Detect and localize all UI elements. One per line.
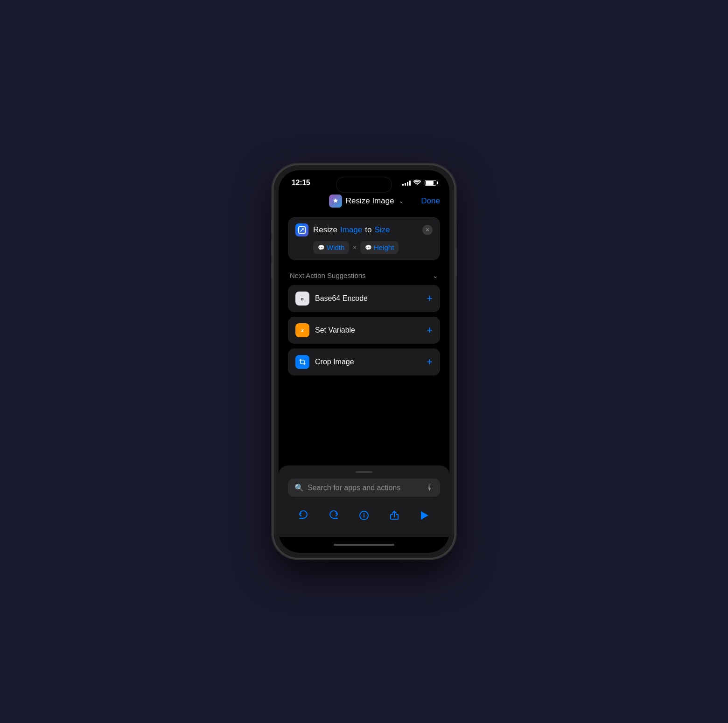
- volume-up-button: [271, 239, 273, 255]
- action-row-2: 💬 Width × 💬 Height: [295, 241, 433, 254]
- resize-label: Resize: [313, 225, 337, 235]
- height-tag-label: Height: [374, 243, 394, 251]
- suggestion-base64[interactable]: B Base64 Encode +: [288, 285, 440, 312]
- variable-label: Set Variable: [315, 326, 355, 334]
- volume-down-button: [271, 263, 273, 278]
- nav-title: Resize Image ⌄: [329, 195, 404, 208]
- home-indicator: [279, 537, 449, 553]
- battery-icon: [425, 180, 436, 186]
- shortcuts-app-icon: [329, 195, 342, 208]
- resize-action-block[interactable]: Resize Image to Size ✕ 💬 Width × 💬: [288, 217, 440, 260]
- variable-icon: x: [295, 323, 309, 337]
- dynamic-island: [336, 177, 392, 193]
- silent-switch: [271, 221, 273, 233]
- height-tag[interactable]: 💬 Height: [360, 241, 399, 254]
- svg-text:B: B: [301, 297, 304, 301]
- suggestion-crop-image[interactable]: Crop Image +: [288, 348, 440, 375]
- base64-add-button[interactable]: +: [427, 293, 433, 304]
- to-label: to: [365, 225, 371, 235]
- size-label[interactable]: Size: [374, 225, 390, 235]
- redo-button[interactable]: [323, 505, 344, 526]
- search-placeholder: Search for apps and actions: [308, 484, 422, 492]
- power-button: [455, 249, 457, 277]
- base64-label: Base64 Encode: [315, 294, 368, 303]
- close-action-button[interactable]: ✕: [422, 225, 433, 235]
- image-label[interactable]: Image: [340, 225, 362, 235]
- height-tag-icon: 💬: [365, 244, 372, 251]
- signal-icon: [402, 180, 411, 186]
- status-icons: [402, 179, 436, 187]
- signal-bar-2: [405, 183, 406, 186]
- phone-frame: 12:15: [273, 165, 455, 558]
- status-time: 12:15: [292, 179, 310, 187]
- width-tag[interactable]: 💬 Width: [313, 241, 349, 254]
- suggestion-set-variable[interactable]: x Set Variable +: [288, 317, 440, 344]
- times-separator: ×: [353, 244, 357, 251]
- suggestion-left-crop: Crop Image: [295, 355, 354, 369]
- undo-button[interactable]: [293, 505, 314, 526]
- nav-title-text: Resize Image: [346, 196, 394, 206]
- width-tag-label: Width: [327, 243, 344, 251]
- bottom-sheet: 🔍 Search for apps and actions 🎙: [279, 466, 449, 537]
- svg-text:x: x: [301, 327, 304, 333]
- home-bar: [334, 544, 394, 546]
- done-button[interactable]: Done: [421, 196, 440, 206]
- suggestion-left-variable: x Set Variable: [295, 323, 355, 337]
- svg-rect-5: [298, 358, 307, 366]
- base64-icon: B: [295, 292, 309, 306]
- crop-icon: [295, 355, 309, 369]
- signal-bar-1: [402, 184, 404, 186]
- crop-label: Crop Image: [315, 358, 354, 366]
- bottom-toolbar: [288, 503, 440, 529]
- width-tag-icon: 💬: [318, 244, 325, 251]
- nav-bar: Resize Image ⌄ Done: [279, 191, 449, 213]
- action-text-row: Resize Image to Size: [313, 225, 418, 235]
- play-button[interactable]: [414, 505, 435, 526]
- share-button[interactable]: [384, 505, 405, 526]
- suggestions-chevron-icon[interactable]: ⌄: [433, 272, 438, 279]
- suggestions-header[interactable]: Next Action Suggestions ⌄: [288, 270, 440, 285]
- action-row-1: Resize Image to Size ✕: [295, 223, 433, 236]
- resize-action-icon: [295, 223, 308, 236]
- mic-icon[interactable]: 🎙: [426, 484, 434, 492]
- signal-bar-4: [409, 181, 411, 186]
- wifi-icon: [413, 179, 421, 187]
- content-area: Resize Image to Size ✕ 💬 Width × 💬: [279, 213, 449, 466]
- bottom-sheet-handle: [356, 471, 372, 473]
- phone-screen: 12:15: [279, 170, 449, 553]
- search-bar[interactable]: 🔍 Search for apps and actions 🎙: [288, 479, 440, 497]
- crop-add-button[interactable]: +: [427, 357, 433, 367]
- search-icon: 🔍: [294, 483, 304, 492]
- suggestions-title: Next Action Suggestions: [290, 271, 366, 279]
- suggestion-left-base64: B Base64 Encode: [295, 292, 368, 306]
- signal-bar-3: [407, 182, 408, 186]
- nav-chevron-icon[interactable]: ⌄: [399, 198, 404, 204]
- battery-fill: [426, 181, 434, 185]
- variable-add-button[interactable]: +: [427, 325, 433, 335]
- info-button[interactable]: [354, 505, 374, 526]
